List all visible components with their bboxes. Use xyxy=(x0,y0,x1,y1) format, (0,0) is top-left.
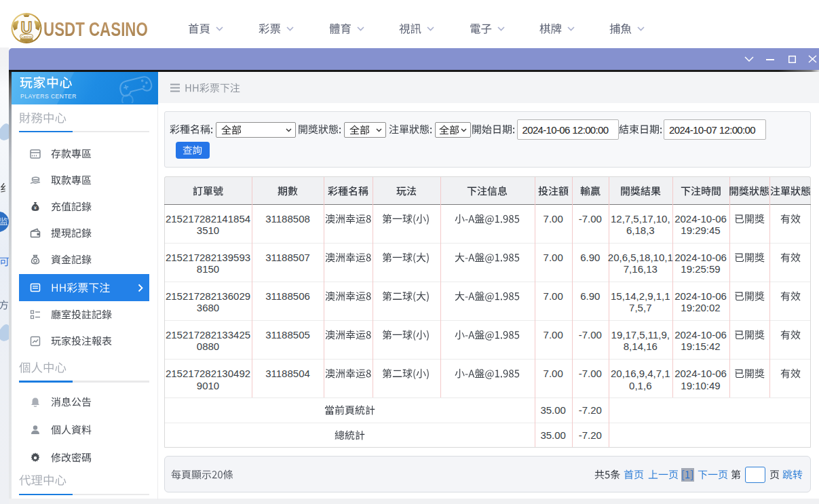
svg-text:Casino: Casino xyxy=(21,35,32,39)
svg-text:U: U xyxy=(21,19,33,37)
svg-text:¥: ¥ xyxy=(34,206,37,210)
